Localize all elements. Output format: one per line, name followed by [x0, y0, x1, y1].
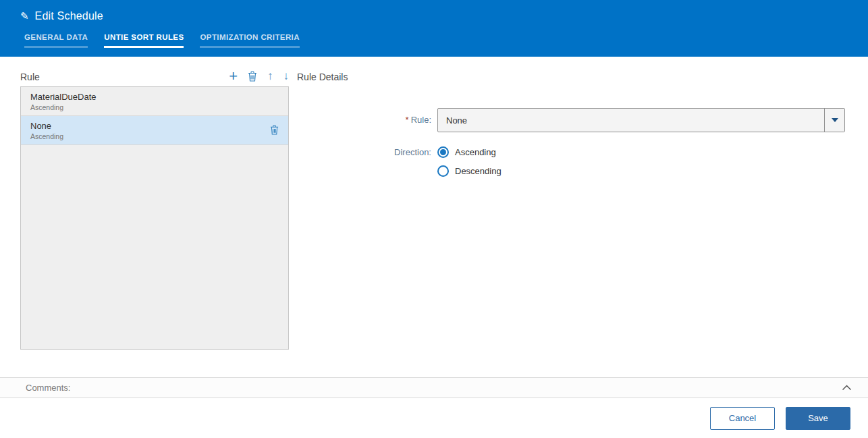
list-item-texts: None Ascending — [30, 121, 63, 140]
plus-icon: + — [229, 70, 238, 82]
direction-field-row: Direction: Ascending Descending — [297, 143, 850, 177]
arrow-down-icon: ↓ — [283, 70, 290, 82]
chevron-up-icon — [842, 385, 852, 391]
delete-item-button[interactable] — [267, 125, 281, 137]
rule-dropdown[interactable]: None — [437, 108, 845, 132]
rule-list-header: Rule + ↑ ↓ — [20, 66, 289, 86]
radio-ascending-label: Ascending — [455, 147, 496, 157]
trash-icon — [270, 125, 279, 135]
comments-bar[interactable]: Comments: — [0, 377, 868, 398]
tab-general-data[interactable]: GENERAL DATA — [24, 33, 88, 48]
rule-details-header: Rule Details — [297, 66, 850, 86]
move-down-button[interactable]: ↓ — [283, 70, 290, 82]
caret-down-icon — [832, 118, 838, 122]
arrow-up-icon: ↑ — [267, 70, 273, 82]
rule-name: None — [30, 121, 63, 131]
rule-details-title: Rule Details — [297, 72, 348, 82]
delete-rule-button[interactable] — [248, 71, 257, 82]
radio-descending[interactable]: Descending — [437, 165, 501, 177]
page-title: Edit Schedule — [35, 10, 103, 22]
header: ✎ Edit Schedule GENERAL DATA UNTIE SORT … — [0, 0, 868, 57]
comments-label: Comments: — [26, 383, 70, 393]
list-item-texts: MaterialDueDate Ascending — [30, 92, 97, 111]
rule-direction: Ascending — [30, 132, 63, 140]
main-content: Rule + ↑ ↓ — [0, 57, 868, 377]
rule-list-panel: Rule + ↑ ↓ — [20, 66, 289, 377]
rule-dropdown-value: None — [438, 109, 824, 132]
radio-descending-label: Descending — [455, 166, 501, 176]
list-item[interactable]: None Ascending — [21, 116, 288, 145]
rule-details-form: *Rule: None Direction: Ascending — [297, 108, 850, 188]
cancel-button[interactable]: Cancel — [710, 407, 775, 430]
rule-dropdown-button[interactable] — [824, 109, 844, 132]
comments-collapse-button[interactable] — [840, 383, 853, 392]
rule-list-title: Rule — [20, 72, 40, 82]
rule-direction: Ascending — [30, 103, 97, 111]
rule-name: MaterialDueDate — [30, 92, 97, 102]
radio-ascending-circle[interactable] — [437, 146, 449, 158]
tab-bar: GENERAL DATA UNTIE SORT RULES OPTIMIZATI… — [24, 33, 848, 48]
footer-actions: Cancel Save — [0, 398, 868, 438]
edit-pencil-icon: ✎ — [20, 11, 29, 21]
tab-optimization-criteria[interactable]: OPTIMIZATION CRITERIA — [200, 33, 299, 48]
direction-radio-group: Ascending Descending — [437, 143, 501, 177]
radio-descending-circle[interactable] — [437, 165, 449, 177]
edit-schedule-window: ✎ Edit Schedule GENERAL DATA UNTIE SORT … — [0, 0, 868, 438]
list-item[interactable]: MaterialDueDate Ascending — [21, 87, 288, 116]
add-rule-button[interactable]: + — [229, 70, 238, 82]
rule-list-toolbar: + ↑ ↓ — [229, 70, 289, 82]
tab-untie-sort-rules[interactable]: UNTIE SORT RULES — [104, 33, 184, 48]
rule-field-label: *Rule: — [297, 108, 437, 132]
rule-field-row: *Rule: None — [297, 108, 850, 132]
required-marker: * — [406, 115, 409, 125]
rule-list: MaterialDueDate Ascending None Ascending — [20, 86, 289, 350]
radio-ascending[interactable]: Ascending — [437, 146, 501, 158]
rule-details-panel: Rule Details *Rule: None Direction: — [289, 66, 850, 377]
direction-label: Direction: — [297, 143, 437, 177]
save-button[interactable]: Save — [786, 407, 850, 430]
header-title-row: ✎ Edit Schedule — [20, 7, 848, 26]
rule-label-text: Rule: — [411, 115, 431, 125]
move-up-button[interactable]: ↑ — [267, 70, 273, 82]
trash-icon — [248, 71, 257, 82]
